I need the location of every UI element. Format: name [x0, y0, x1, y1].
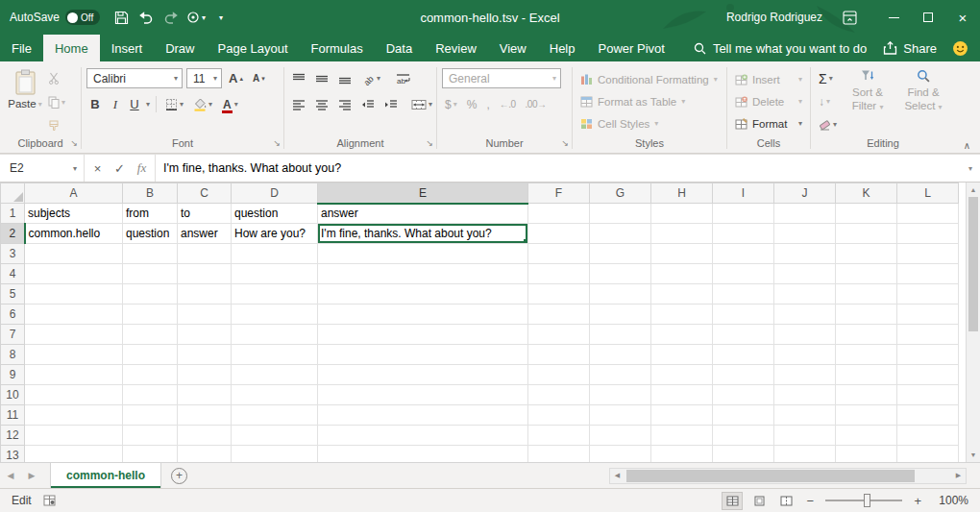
cell-B3[interactable]	[123, 244, 178, 264]
cell-I3[interactable]	[713, 244, 774, 264]
cell-I13[interactable]	[713, 446, 774, 463]
cell-L13[interactable]	[897, 446, 959, 463]
cell-I5[interactable]	[713, 284, 774, 305]
cell-L6[interactable]	[897, 305, 959, 325]
cell-D13[interactable]	[232, 446, 318, 463]
tab-file[interactable]: File	[0, 35, 43, 61]
alignment-dialog-launcher[interactable]: ↘	[426, 136, 433, 151]
merge-center-button[interactable]: ▾	[408, 94, 435, 114]
align-center-button[interactable]	[312, 94, 331, 114]
cell-J11[interactable]	[774, 405, 836, 426]
cell-L4[interactable]	[897, 264, 959, 284]
cell-H10[interactable]	[651, 385, 713, 405]
cell-B12[interactable]	[123, 426, 178, 446]
macro-record-button[interactable]	[43, 495, 56, 506]
zoom-slider[interactable]	[825, 500, 902, 501]
format-as-table-button[interactable]: Format as Table ▾	[577, 92, 722, 111]
cell-B4[interactable]	[123, 264, 178, 284]
cell-E5[interactable]	[318, 284, 528, 305]
cell-D10[interactable]	[232, 385, 318, 405]
row-header-7[interactable]: 7	[1, 325, 25, 345]
cell-B1[interactable]: from	[123, 204, 178, 224]
font-name-combo[interactable]: Calibri▾	[86, 68, 183, 88]
cell-K11[interactable]	[836, 405, 897, 426]
cell-H8[interactable]	[651, 345, 713, 365]
row-header-8[interactable]: 8	[1, 345, 25, 365]
row-header-4[interactable]: 4	[1, 264, 25, 284]
insert-function-button[interactable]: fx	[131, 160, 153, 176]
cell-L11[interactable]	[897, 405, 959, 426]
scroll-left-arrow[interactable]: ◀	[610, 472, 625, 479]
column-header-I[interactable]: I	[713, 183, 774, 204]
cell-D1[interactable]: question	[232, 204, 318, 224]
cell-F4[interactable]	[528, 264, 590, 284]
column-header-F[interactable]: F	[528, 183, 590, 204]
collapse-ribbon-button[interactable]: ∧	[964, 140, 970, 151]
cell-J10[interactable]	[774, 385, 836, 405]
tab-view[interactable]: View	[488, 35, 538, 61]
underline-dropdown[interactable]: ▾	[146, 100, 150, 109]
cell-K10[interactable]	[836, 385, 897, 405]
cell-E2[interactable]: I'm fine, thanks. What about you?	[318, 224, 528, 244]
cell-G11[interactable]	[590, 405, 651, 426]
column-header-B[interactable]: B	[123, 183, 178, 204]
align-bottom-button[interactable]	[335, 68, 355, 88]
cell-G8[interactable]	[590, 345, 651, 365]
column-header-J[interactable]: J	[774, 183, 836, 204]
cell-F6[interactable]	[528, 305, 590, 325]
cell-G12[interactable]	[590, 426, 651, 446]
zoom-in-button[interactable]: +	[910, 494, 925, 508]
column-header-L[interactable]: L	[897, 183, 959, 204]
cell-B5[interactable]	[123, 284, 178, 305]
undo-button[interactable]	[135, 5, 158, 30]
touch-mouse-mode-button[interactable]: ▾	[184, 5, 208, 30]
page-break-view-button[interactable]	[775, 492, 796, 510]
wrap-text-button[interactable]: ab	[393, 68, 413, 88]
cell-H2[interactable]	[651, 224, 713, 244]
cell-C1[interactable]: to	[178, 204, 232, 224]
cell-K13[interactable]	[836, 446, 897, 463]
row-header-3[interactable]: 3	[1, 244, 25, 264]
cell-J6[interactable]	[774, 305, 836, 325]
share-button[interactable]: Share	[883, 41, 937, 56]
cell-I6[interactable]	[713, 305, 774, 325]
cell-E1[interactable]: answer	[318, 204, 528, 224]
name-box[interactable]: E2 ▾	[0, 155, 85, 182]
sheet-tab-common-hello[interactable]: common-hello	[50, 463, 161, 488]
cell-I2[interactable]	[713, 224, 774, 244]
cell-F8[interactable]	[528, 345, 590, 365]
bold-button[interactable]: B	[86, 94, 104, 114]
cell-A7[interactable]	[25, 325, 123, 345]
cell-C11[interactable]	[178, 405, 232, 426]
cell-E11[interactable]	[318, 405, 528, 426]
cell-E3[interactable]	[318, 244, 528, 264]
cell-A2[interactable]: common.hello	[25, 224, 123, 244]
cell-styles-button[interactable]: Cell Styles ▾	[577, 114, 722, 134]
increase-decimal-button[interactable]: ←.0	[497, 94, 519, 114]
cell-F1[interactable]	[528, 204, 590, 224]
format-cells-button[interactable]: Format ▾	[732, 114, 805, 134]
cell-A10[interactable]	[25, 385, 123, 405]
cell-A12[interactable]	[25, 426, 123, 446]
number-format-combo[interactable]: General▾	[442, 68, 561, 88]
fill-button[interactable]: ↓▾	[816, 91, 840, 111]
cell-L7[interactable]	[897, 325, 959, 345]
cell-D7[interactable]	[232, 325, 318, 345]
column-header-D[interactable]: D	[232, 183, 318, 204]
borders-button[interactable]: ▾	[162, 94, 186, 114]
cell-I10[interactable]	[713, 385, 774, 405]
cell-F5[interactable]	[528, 284, 590, 305]
user-name[interactable]: Rodrigo Rodriguez	[726, 11, 822, 24]
cell-K1[interactable]	[836, 204, 897, 224]
cut-button[interactable]	[45, 68, 68, 88]
cell-I1[interactable]	[713, 204, 774, 224]
zoom-out-button[interactable]: −	[802, 494, 818, 508]
cell-K6[interactable]	[836, 305, 897, 325]
cell-C6[interactable]	[178, 305, 232, 325]
maximize-button[interactable]	[911, 0, 945, 35]
cell-L10[interactable]	[897, 385, 959, 405]
cell-F12[interactable]	[528, 426, 590, 446]
cell-G1[interactable]	[590, 204, 651, 224]
cell-E12[interactable]	[318, 426, 528, 446]
cell-J5[interactable]	[774, 284, 836, 305]
